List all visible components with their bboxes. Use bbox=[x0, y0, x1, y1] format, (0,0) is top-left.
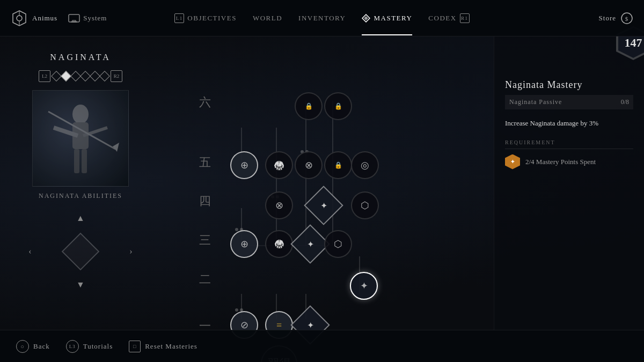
reset-btn-icon: □ bbox=[129, 341, 141, 352]
mastery-desc-text: Increase Naginata damage by bbox=[505, 119, 589, 127]
store-button[interactable]: Store $ bbox=[599, 12, 633, 25]
skill-icon-wheel: ⊗ bbox=[305, 159, 313, 171]
mastery-skill-title: Naginata Mastery bbox=[505, 79, 633, 91]
skill-node-6-1[interactable]: 🔒 bbox=[295, 92, 323, 120]
store-label: Store bbox=[599, 14, 616, 23]
nav-mastery[interactable]: Mastery bbox=[362, 14, 412, 23]
skill-node-6-2[interactable]: 🔒 bbox=[324, 92, 352, 120]
back-label: Back bbox=[33, 342, 50, 351]
mastery-points: 147 bbox=[625, 36, 642, 50]
nav-objectives-label: Objectives bbox=[187, 14, 237, 23]
tutorials-btn-icon: L3 bbox=[66, 340, 79, 353]
skill-dot-3 bbox=[70, 71, 81, 82]
mastery-description: Increase Naginata damage by 3% bbox=[505, 118, 633, 129]
skill-icon-4-3: ⬡ bbox=[361, 200, 369, 211]
svg-rect-4 bbox=[69, 14, 79, 22]
tutorials-button[interactable]: L3 Tutorials bbox=[66, 340, 113, 353]
svg-marker-18 bbox=[113, 143, 119, 152]
skill-node-3-4[interactable]: ⬡ bbox=[324, 230, 352, 258]
skill-dot-6 bbox=[99, 71, 110, 82]
mastery-subtitle-row: Naginata Passive 0/8 bbox=[505, 95, 633, 109]
r1-badge: R1 bbox=[460, 13, 470, 23]
nav-objectives[interactable]: L1 Objectives bbox=[174, 13, 237, 23]
svg-text:$: $ bbox=[625, 16, 629, 22]
skill-icon-2-1: ✦ bbox=[360, 280, 368, 292]
skill-node-3-1[interactable]: ⊕ bbox=[230, 230, 258, 258]
system-icon bbox=[68, 14, 80, 23]
system-menu[interactable]: System bbox=[68, 14, 107, 23]
skill-dot-1 bbox=[51, 71, 62, 82]
animus-icon bbox=[11, 10, 28, 27]
r2-badge: R2 bbox=[111, 70, 122, 82]
left-panel: NAGINATA L2 R2 Naginata Abilities ▲ ‹ bbox=[0, 36, 161, 330]
back-btn-icon: ○ bbox=[16, 340, 29, 353]
skill-node-4-1[interactable]: ⊗ bbox=[265, 191, 293, 219]
diamond-1-inner: ✦ bbox=[307, 320, 314, 330]
row-label-3: 三 bbox=[194, 232, 216, 248]
requirement-text: 2/4 Mastery Points Spent bbox=[525, 158, 596, 166]
right-panel: 147 Naginata Mastery Naginata Passive 0/… bbox=[494, 36, 644, 330]
nav-up-button[interactable]: ▲ bbox=[73, 211, 88, 226]
tree-connections bbox=[172, 47, 483, 319]
mastery-type: Naginata Passive bbox=[509, 98, 562, 106]
skill-icon-4-1: ⊗ bbox=[275, 200, 283, 211]
skill-icon-target: ◎ bbox=[361, 159, 369, 171]
tutorials-label: Tutorials bbox=[83, 342, 113, 351]
weapon-image bbox=[32, 90, 129, 187]
nav-right-button[interactable]: › bbox=[123, 244, 138, 259]
skill-dots-row: L2 R2 bbox=[39, 70, 122, 82]
nav-inventory[interactable]: Inventory bbox=[298, 14, 346, 23]
skill-dot-4 bbox=[80, 71, 91, 82]
requirement-label: REQUIREMENT bbox=[505, 139, 633, 149]
nav-left-button[interactable]: ‹ bbox=[23, 244, 38, 259]
svg-point-11 bbox=[72, 105, 89, 124]
lock-icon-1: 🔒 bbox=[305, 102, 313, 110]
skill-node-4-diamond[interactable]: ✦ bbox=[304, 186, 343, 225]
store-icon: $ bbox=[620, 12, 633, 25]
system-label: System bbox=[83, 14, 107, 23]
animus-brand: Animus bbox=[11, 10, 57, 27]
skill-icon-cloak: 🥋 bbox=[274, 160, 284, 171]
nav-codex[interactable]: Codex R1 bbox=[428, 13, 469, 23]
row-label-5: 五 bbox=[194, 154, 216, 171]
nav-left: Animus System bbox=[11, 10, 166, 27]
back-button[interactable]: ○ Back bbox=[16, 340, 50, 353]
diamond-3-inner: ✦ bbox=[307, 239, 314, 249]
nav-down-button[interactable]: ▼ bbox=[73, 277, 88, 292]
mastery-points-icon: ✦ bbox=[505, 154, 520, 169]
damage-value: 3% bbox=[589, 119, 598, 127]
skill-node-3-2[interactable]: 🥋 bbox=[265, 230, 293, 258]
weapon-label: Naginata Abilities bbox=[39, 192, 122, 200]
top-navigation: Animus System L1 Objectives World Invent… bbox=[0, 0, 644, 36]
nav-right: Store $ bbox=[478, 12, 633, 25]
skill-dot-5 bbox=[90, 71, 100, 82]
skill-icon-1-1: ⊘ bbox=[240, 319, 248, 331]
skill-node-4-3[interactable]: ⬡ bbox=[351, 191, 379, 219]
skill-node-5-4[interactable]: 🔒 bbox=[324, 151, 352, 179]
bottom-bar: ○ Back L3 Tutorials □ Reset Masteries bbox=[0, 330, 644, 362]
nav-world[interactable]: World bbox=[253, 14, 282, 23]
skill-icon-3-4: ⬡ bbox=[334, 238, 342, 250]
skill-icon-3-1: ⊕ bbox=[240, 238, 248, 250]
weapon-name: NAGINATA bbox=[50, 53, 111, 62]
nav-inventory-label: Inventory bbox=[298, 14, 346, 23]
lock-icon-2: 🔒 bbox=[334, 102, 342, 110]
diamond-nav-center bbox=[59, 230, 102, 273]
skill-icon-hand: ⊕ bbox=[240, 159, 248, 171]
nav-world-label: World bbox=[253, 14, 282, 23]
weapon-nav: ▲ ‹ › ▼ bbox=[23, 211, 138, 292]
skill-node-2-1[interactable]: ✦ bbox=[350, 272, 378, 300]
reset-button[interactable]: □ Reset Masteries bbox=[129, 341, 197, 352]
requirement-item: ✦ 2/4 Mastery Points Spent bbox=[505, 154, 633, 169]
skill-node-5-2[interactable]: 🥋 bbox=[265, 151, 293, 179]
mastery-diamond-icon bbox=[362, 14, 370, 23]
skill-node-5-1[interactable]: ⊕ bbox=[230, 151, 258, 179]
svg-rect-16 bbox=[82, 149, 87, 173]
skill-node-5-3[interactable]: ⊗ bbox=[295, 151, 323, 179]
nav-center: L1 Objectives World Inventory Mastery Co… bbox=[166, 13, 478, 23]
diamond-inner: ✦ bbox=[320, 201, 327, 211]
skill-node-5-5[interactable]: ◎ bbox=[351, 151, 379, 179]
nav-codex-label: Codex bbox=[428, 14, 456, 23]
skill-tree-area: 六 五 四 三 二 一 🔒 🔒 ⊕ 🥋 bbox=[161, 36, 494, 330]
skill-tree-container: 六 五 四 三 二 一 🔒 🔒 ⊕ 🥋 bbox=[172, 47, 483, 319]
